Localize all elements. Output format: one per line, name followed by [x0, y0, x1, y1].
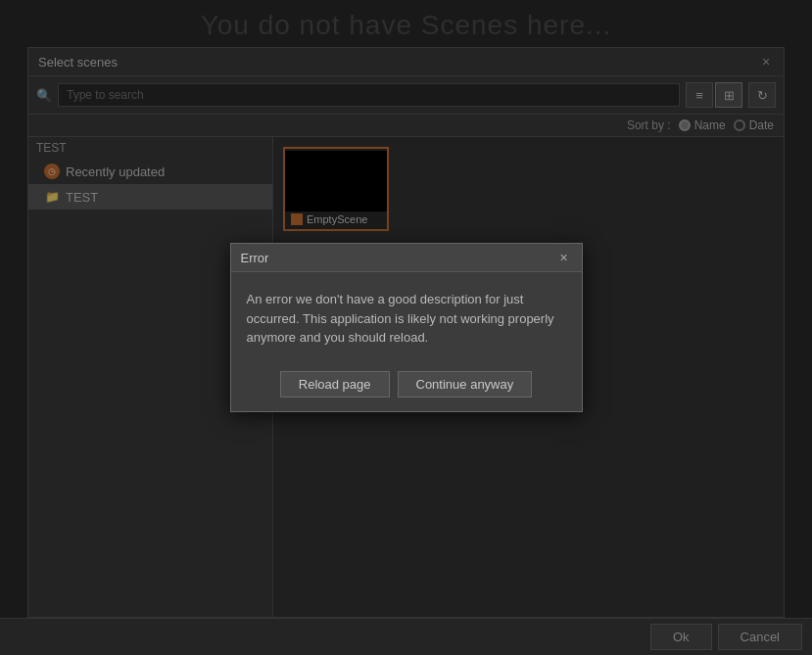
continue-anyway-button[interactable]: Continue anyway: [398, 371, 533, 398]
error-message: An error we don't have a good descriptio…: [231, 272, 582, 361]
reload-page-button[interactable]: Reload page: [280, 371, 390, 398]
error-modal: Error × An error we don't have a good de…: [230, 243, 583, 412]
modal-overlay: Error × An error we don't have a good de…: [0, 0, 812, 655]
error-buttons: Reload page Continue anyway: [231, 361, 582, 411]
error-title: Error: [241, 251, 269, 265]
error-header: Error ×: [231, 244, 582, 272]
error-close-button[interactable]: ×: [556, 250, 572, 265]
